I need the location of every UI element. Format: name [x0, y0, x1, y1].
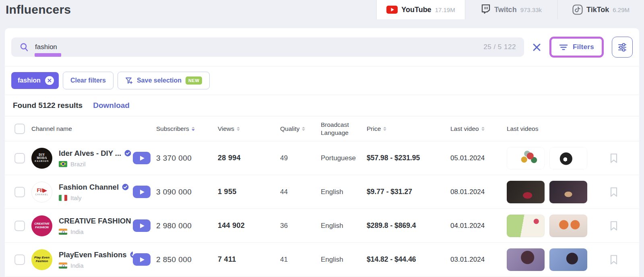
- country-flag-icon: [59, 263, 67, 269]
- last-videos-thumbnails: [507, 147, 592, 170]
- sort-icon[interactable]: [481, 127, 485, 131]
- search-query[interactable]: fashion: [35, 43, 57, 51]
- column-header-views[interactable]: Views: [218, 125, 280, 132]
- clear-search-button[interactable]: [532, 43, 541, 52]
- verified-badge-icon: [124, 149, 132, 157]
- video-thumbnail[interactable]: [549, 215, 587, 237]
- channel-name[interactable]: PlayEven Fashions: [59, 250, 127, 259]
- channel-info: Fashion Channel Italy: [59, 183, 133, 201]
- tab-count: 6.29M: [613, 6, 630, 13]
- platform-tabs: YouTube 17.19M Twitch 973.33k TikTok 6.2…: [376, 0, 644, 19]
- country-name: India: [70, 228, 84, 235]
- last-video-date: 05.01.2024: [450, 154, 507, 162]
- play-video-button[interactable]: [133, 253, 151, 266]
- country-flag-icon: [59, 195, 67, 201]
- result-counter: 25 / 5 122: [483, 43, 516, 51]
- column-header-quality[interactable]: Quality: [280, 125, 321, 132]
- remove-chip-icon[interactable]: [45, 76, 54, 85]
- channel-name[interactable]: Fashion Channel: [59, 183, 119, 192]
- sort-icon[interactable]: [383, 127, 386, 131]
- last-video-date: 04.01.2024: [450, 222, 507, 230]
- subscribers-value: 2 850 000: [156, 255, 218, 264]
- results-summary-section: Found 5122 results Download: [5, 95, 639, 116]
- column-header-last-videos: Last videos: [507, 125, 592, 132]
- table-settings-button[interactable]: [612, 37, 633, 58]
- video-thumbnail[interactable]: [549, 181, 587, 203]
- channel-info: Ider Alves - DIY ... Brazil: [59, 149, 133, 167]
- top-bar: Influencers YouTube 17.19M Twitch 973.33…: [0, 0, 644, 19]
- table-header: Channel name Subscribers Views Quality B…: [5, 116, 639, 141]
- quality-value: 41: [280, 256, 321, 264]
- views-value: 7 411: [218, 255, 280, 264]
- filter-chip-fashion[interactable]: fashion: [11, 72, 59, 89]
- video-thumbnail[interactable]: [507, 147, 545, 170]
- channel-avatar[interactable]: FII▶CHANNEL: [31, 182, 52, 203]
- twitch-icon: [481, 4, 491, 15]
- price-value: $57.98 - $231.95: [367, 154, 450, 162]
- channel-avatar[interactable]: CREATIVEFASHION: [31, 215, 52, 236]
- sort-icon[interactable]: [302, 127, 305, 131]
- tab-label: TikTok: [586, 6, 609, 14]
- bookmark-icon[interactable]: [610, 254, 618, 265]
- search-bar[interactable]: fashion 25 / 5 122: [11, 37, 524, 57]
- country-name: Italy: [70, 194, 82, 201]
- column-header-price[interactable]: Price: [367, 125, 450, 132]
- video-thumbnail[interactable]: [507, 181, 545, 203]
- channel-avatar[interactable]: Play EvenFashion: [31, 249, 52, 270]
- channel-country: Italy: [59, 194, 133, 201]
- price-value: $9.77 - $31.27: [367, 188, 450, 196]
- play-video-button[interactable]: [133, 152, 151, 164]
- sort-icon[interactable]: [192, 127, 195, 131]
- tab-twitch[interactable]: Twitch 973.33k: [465, 0, 557, 19]
- select-all-checkbox[interactable]: [14, 124, 25, 134]
- sliders-icon: [617, 42, 627, 52]
- column-header-last-video[interactable]: Last video: [450, 125, 507, 132]
- channel-country: India: [59, 228, 133, 235]
- channel-name[interactable]: Ider Alves - DIY ...: [59, 149, 121, 158]
- save-selection-button[interactable]: Save selection NEW: [118, 72, 210, 89]
- save-selection-label: Save selection: [137, 77, 182, 84]
- row-checkbox[interactable]: [14, 153, 25, 163]
- download-link[interactable]: Download: [93, 101, 130, 110]
- tab-count: 17.19M: [435, 6, 455, 13]
- column-header-broadcast-language: Broadcast Language: [321, 121, 367, 136]
- filters-label: Filters: [573, 43, 594, 51]
- bookmark-icon[interactable]: [610, 221, 618, 231]
- row-checkbox[interactable]: [14, 254, 25, 265]
- play-video-button[interactable]: [133, 219, 151, 232]
- filters-button[interactable]: Filters: [551, 39, 602, 56]
- row-checkbox[interactable]: [14, 221, 25, 231]
- verified-badge-icon: [130, 251, 133, 258]
- video-thumbnail[interactable]: [549, 248, 587, 271]
- column-header-subscribers[interactable]: Subscribers: [156, 125, 218, 132]
- bookmark-icon[interactable]: [610, 153, 618, 163]
- funnel-plus-icon: [125, 77, 133, 85]
- annotation-underline: [35, 53, 61, 57]
- close-icon: [532, 43, 541, 52]
- views-value: 1 955: [218, 188, 280, 196]
- last-video-date: 03.01.2024: [450, 256, 507, 264]
- channel-name[interactable]: CREATIVE FASHION: [59, 217, 131, 225]
- tab-youtube[interactable]: YouTube 17.19M: [376, 0, 465, 19]
- clear-filters-button[interactable]: Clear filters: [63, 72, 114, 89]
- filter-lines-icon: [559, 44, 568, 51]
- results-count: Found 5122 results: [13, 101, 83, 110]
- video-thumbnail[interactable]: [507, 215, 545, 237]
- country-name: India: [70, 262, 84, 269]
- video-thumbnail[interactable]: [549, 147, 587, 170]
- language-value: English: [321, 188, 367, 196]
- annotation-highlight-box: Filters: [549, 37, 604, 58]
- video-thumbnail[interactable]: [507, 248, 545, 271]
- row-checkbox[interactable]: [14, 187, 25, 197]
- channel-country: Brazil: [59, 161, 133, 167]
- tab-tiktok[interactable]: TikTok 6.29M: [557, 0, 644, 19]
- country-flag-icon: [59, 161, 67, 167]
- channel-avatar[interactable]: DIYMODAFASHION: [31, 148, 52, 169]
- language-value: Portuguese: [321, 154, 367, 162]
- bookmark-icon[interactable]: [610, 187, 618, 197]
- tiktok-icon: [572, 4, 583, 15]
- price-value: $289.8 - $869.4: [367, 221, 450, 230]
- sort-icon[interactable]: [237, 127, 240, 131]
- play-video-button[interactable]: [133, 186, 151, 198]
- subscribers-value: 2 980 000: [156, 221, 218, 230]
